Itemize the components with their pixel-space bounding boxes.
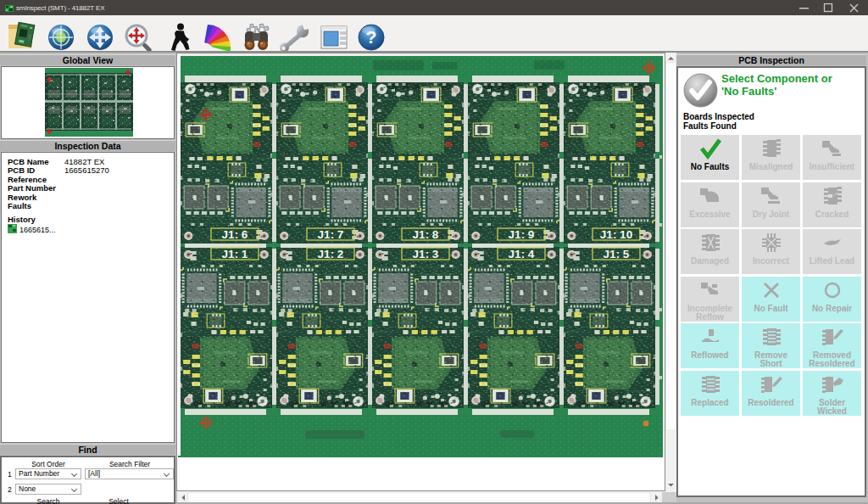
- svg-text:J1: 3: J1: 3: [413, 248, 439, 260]
- svg-text:J1: 8: J1: 8: [413, 228, 439, 241]
- svg-text:J1: 7: J1: 7: [318, 228, 344, 241]
- svg-text:J1: 1: J1: 1: [222, 248, 248, 260]
- svg-text:J1: 2: J1: 2: [318, 248, 344, 260]
- svg-text:J1: 9: J1: 9: [509, 228, 535, 241]
- svg-text:J1: 5: J1: 5: [604, 248, 630, 260]
- svg-text:J1: 6: J1: 6: [222, 228, 248, 241]
- svg-text:?: ?: [366, 27, 377, 47]
- svg-text:J1: 4: J1: 4: [509, 248, 535, 260]
- svg-text:J1: 10: J1: 10: [600, 228, 632, 241]
